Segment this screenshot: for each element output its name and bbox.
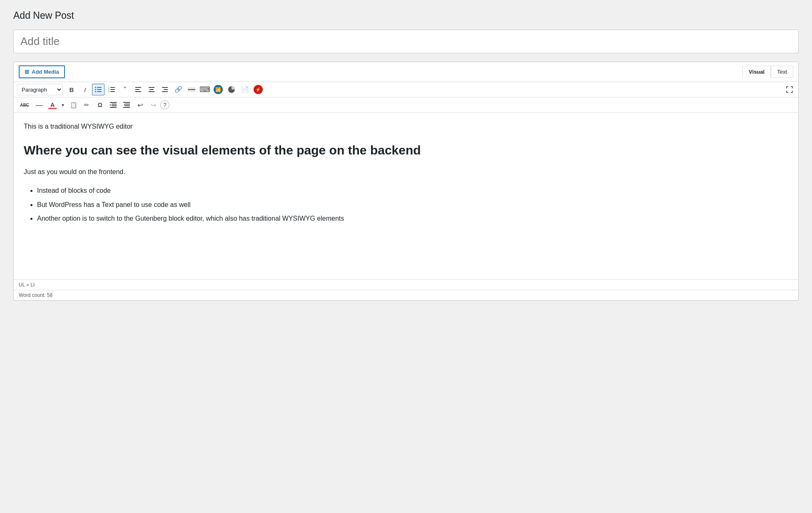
editor-statusbar: UL » LI [14,279,798,290]
wifi-plugin-button[interactable]: 📶 [212,84,224,95]
svg-rect-0 [97,87,102,88]
align-left-button[interactable] [132,84,144,95]
ordered-list-button[interactable]: 123 [105,84,118,95]
outdent-button[interactable] [120,99,133,111]
toolbar-row-2: ABC — A ▼ 📋 ✏ Ω ↩ ↪ ? [14,97,798,113]
svg-rect-6 [110,87,115,88]
page-button[interactable]: 📄 [239,84,251,95]
svg-point-5 [95,91,96,92]
svg-rect-32 [123,107,130,108]
svg-rect-15 [149,87,154,88]
add-media-label: Add Media [32,69,59,75]
list-item: Another option is to switch to the Guten… [37,213,788,224]
italic-button[interactable]: I [79,84,91,95]
text-color-dropdown[interactable]: ▼ [60,99,66,111]
svg-rect-2 [97,91,102,92]
editor-content[interactable]: This is a traditional WYSIWYG editor Whe… [14,113,798,279]
bold-button[interactable]: B [65,84,78,95]
svg-rect-13 [135,89,139,90]
text-color-button[interactable]: A [46,99,59,111]
clear-format-button[interactable]: ✏ [80,99,93,111]
svg-rect-18 [162,87,168,88]
svg-rect-21 [188,89,195,90]
wifi-icon: 📶 [214,85,223,94]
svg-rect-20 [162,91,168,92]
svg-rect-17 [149,91,154,92]
editor-paragraph: Just as you would on the frontend. [24,167,788,177]
editor-wordcount: Word count: 58 [14,290,798,300]
svg-point-4 [95,89,96,90]
add-media-icon: ⊞ [25,69,29,75]
svg-rect-25 [110,102,117,103]
keyboard-shortcut-button[interactable]: ⌨ [199,84,211,95]
link-button[interactable]: 🔗 [172,84,184,95]
svg-point-3 [95,87,96,88]
svg-rect-12 [135,87,141,88]
paragraph-select[interactable]: Paragraph Heading 1 Heading 2 Heading 3 … [17,84,63,95]
svg-rect-29 [123,102,130,103]
list-item: But WordPress has a Text panel to use co… [37,199,788,210]
editor-heading: Where you can see the visual elements of… [24,142,788,158]
svg-rect-27 [112,105,117,106]
post-title-input[interactable] [14,30,798,53]
editor-tabs: Visual Text [742,66,793,78]
redo-button[interactable]: ↪ [147,99,159,111]
special-chars-button[interactable]: Ω [94,99,106,111]
editor-wrapper: ⊞ Add Media Visual Text Paragraph Headin… [13,62,799,301]
svg-rect-31 [125,105,130,106]
text-color-indicator [48,108,57,109]
svg-rect-14 [135,91,141,92]
editor-topbar: ⊞ Add Media Visual Text [14,62,798,82]
bolt-button[interactable]: ⚡ [252,84,264,95]
expand-button[interactable] [784,84,795,95]
word-count-label: Word count: 58 [19,292,52,298]
horizontal-rule-button[interactable]: — [33,99,45,111]
svg-rect-7 [110,89,115,90]
svg-rect-19 [164,89,168,90]
svg-rect-16 [149,89,154,90]
bolt-icon: ⚡ [254,85,263,94]
align-right-button[interactable] [159,84,171,95]
svg-rect-8 [110,91,115,92]
more-button[interactable] [185,84,198,95]
svg-rect-30 [125,104,130,105]
title-input-wrapper [13,30,799,53]
svg-rect-23 [188,91,195,91]
list-item: Instead of blocks of code [37,185,788,196]
paste-word-button[interactable]: 📋 [67,99,80,111]
strikethrough-button[interactable]: ABC [17,99,32,111]
svg-rect-26 [112,104,117,105]
unordered-list-button[interactable] [92,84,105,95]
add-media-button[interactable]: ⊞ Add Media [19,65,65,78]
page-title: Add New Post [13,10,799,21]
svg-rect-28 [110,107,117,108]
undo-button[interactable]: ↩ [134,99,146,111]
svg-text:3: 3 [108,90,110,92]
help-button[interactable]: ? [160,100,169,110]
status-path: UL » LI [19,282,35,288]
blockquote-button[interactable]: " [119,84,131,95]
tab-visual[interactable]: Visual [742,66,771,78]
svg-rect-1 [97,89,102,90]
svg-rect-22 [188,88,195,88]
tab-text[interactable]: Text [771,66,793,78]
toolbar-row-1: Paragraph Heading 1 Heading 2 Heading 3 … [14,82,798,97]
indent-button[interactable] [107,99,120,111]
pie-chart-button[interactable] [225,84,238,95]
align-center-button[interactable] [145,84,158,95]
editor-list: Instead of blocks of code But WordPress … [24,185,788,224]
editor-intro-text: This is a traditional WYSIWYG editor [24,121,788,132]
